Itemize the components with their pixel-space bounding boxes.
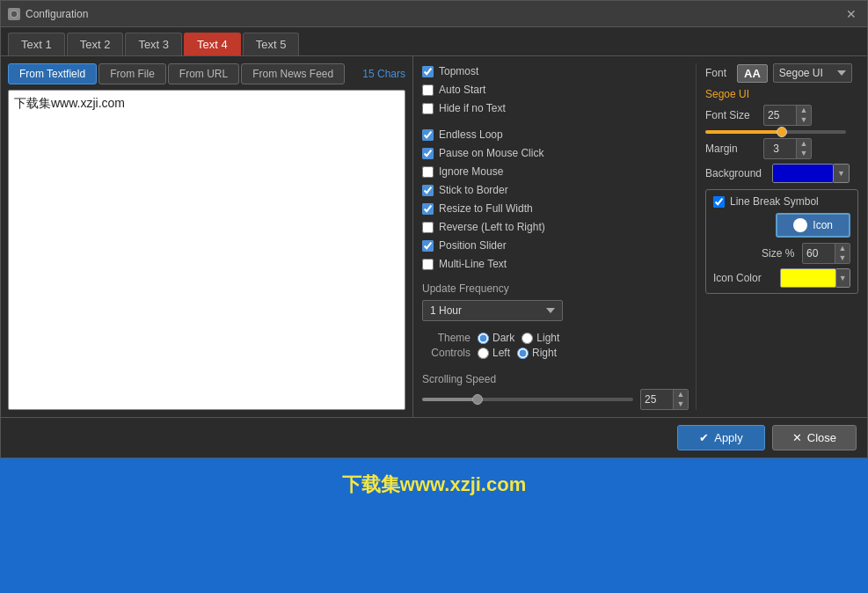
font-row: Font AA Segoe UI Arial Calibri [705,63,858,83]
source-tab-url[interactable]: From URL [168,63,239,84]
checkbox-hideifnotext: Hide if no Text [422,100,689,116]
theme-dark-option[interactable]: Dark [478,332,514,344]
scrolling-speed-label: Scrolling Speed [422,373,689,385]
line-break-size-input[interactable] [803,245,835,262]
pauseonmouseclick-checkbox[interactable] [422,148,434,159]
font-size-input-wrap: ▲ ▼ [763,105,812,126]
checkbox-pauseonmouseclick: Pause on Mouse Click [422,145,689,161]
background-color-picker: ▼ [772,164,850,183]
line-break-checkbox[interactable] [713,196,725,208]
line-break-icon-dot [793,218,807,232]
window-title: Configuration [26,8,88,20]
margin-spin-down[interactable]: ▼ [797,149,811,158]
autostart-checkbox[interactable] [422,84,434,96]
controls-left-radio[interactable] [478,348,489,359]
positionslider-checkbox[interactable] [422,240,434,252]
icon-color-swatch[interactable] [780,268,836,288]
line-break-size-spin-down[interactable]: ▼ [835,253,850,263]
text-area-content: 下载集www.xzji.com [14,96,399,112]
font-size-label: Font Size [705,109,758,121]
tab-text1[interactable]: Text 1 [8,33,65,55]
theme-dark-label: Dark [492,332,514,344]
endlessloop-label[interactable]: Endless Loop [439,128,503,141]
line-break-section: Line Break Symbol Icon Size % [705,189,858,294]
hideifnotext-label[interactable]: Hide if no Text [439,102,506,114]
line-break-label[interactable]: Line Break Symbol [730,195,819,208]
font-size-spin-up[interactable]: ▲ [797,106,811,115]
line-break-header: Line Break Symbol [713,195,850,208]
tab-text5[interactable]: Text 5 [243,33,300,55]
controls-right-option[interactable]: Right [517,347,557,359]
margin-spin-up[interactable]: ▲ [797,139,811,149]
topmost-checkbox[interactable] [422,66,434,77]
line-break-size-spin-up[interactable]: ▲ [835,244,850,253]
controls-left-option[interactable]: Left [478,347,510,359]
autostart-label[interactable]: Auto Start [439,84,485,96]
checkbox-resizetofullwidth: Resize to Full Width [422,201,689,216]
resizetofullwidth-checkbox[interactable] [422,203,434,215]
source-tab-file[interactable]: From File [98,63,166,84]
taskbar: 下载集www.xzji.com [0,458,868,511]
reverselefttoright-checkbox[interactable] [422,222,434,233]
checkbox-ignoremouse: Ignore Mouse [422,164,689,179]
apply-button[interactable]: ✔ Apply [677,425,765,450]
theme-light-option[interactable]: Light [522,332,559,344]
controls-right-radio[interactable] [517,348,529,359]
font-size-spin-down[interactable]: ▼ [797,115,811,125]
app-icon [8,8,20,20]
sticktoborder-label[interactable]: Stick to Border [439,184,508,196]
font-aa-button[interactable]: AA [737,64,768,83]
scrolling-spin-up[interactable]: ▲ [674,390,688,399]
font-size-input[interactable] [764,106,796,124]
scrolling-speed-input[interactable] [641,391,673,408]
endlessloop-checkbox[interactable] [422,129,434,141]
hideifnotext-checkbox[interactable] [422,103,434,114]
titlebar: Configuration ✕ [1,1,867,27]
update-freq-select[interactable]: 1 Hour 30 Minutes 15 Minutes 5 Minutes 1… [422,300,563,321]
tab-text3[interactable]: Text 3 [125,33,182,55]
font-size-row: Font Size ▲ ▼ [705,105,858,126]
multilinetext-checkbox[interactable] [422,259,434,270]
close-button[interactable]: ✕ Close [772,425,857,450]
theme-dark-radio[interactable] [478,333,489,344]
source-tab-textfield[interactable]: From Textfield [8,63,97,84]
font-name-display: Segoe UI [705,88,858,100]
scrolling-speed-slider[interactable] [422,398,633,401]
background-label: Background [705,167,767,179]
close-x-icon: ✕ [792,431,802,444]
tab-text4[interactable]: Text 4 [184,33,241,55]
source-tab-newsfeed[interactable]: From News Feed [241,63,345,84]
window-close-button[interactable]: ✕ [842,5,860,23]
icon-color-picker: ▼ [780,268,850,288]
bottom-bar: ✔ Apply ✕ Close [1,417,867,458]
scrolling-spinners: ▲ ▼ [673,390,688,409]
tab-text2[interactable]: Text 2 [67,33,124,55]
ignoremouse-label[interactable]: Ignore Mouse [439,165,503,178]
theme-label: Theme [422,332,470,344]
panel-columns: Topmost Auto Start Hide if no Text Endle… [422,63,858,410]
checkbox-endlessloop: Endless Loop [422,127,689,143]
options-column: Topmost Auto Start Hide if no Text Endle… [422,63,696,410]
margin-input[interactable] [764,140,796,157]
pauseonmouseclick-label[interactable]: Pause on Mouse Click [439,147,543,159]
main-content: From Textfield From File From URL From N… [1,55,867,417]
background-color-dropdown[interactable]: ▼ [834,164,850,183]
positionslider-label[interactable]: Position Slider [439,239,507,252]
resizetofullwidth-label[interactable]: Resize to Full Width [439,202,533,215]
ignoremouse-checkbox[interactable] [422,166,434,178]
checkbox-autostart: Auto Start [422,82,689,98]
scrolling-spin-down[interactable]: ▼ [674,399,688,409]
sticktoborder-checkbox[interactable] [422,185,434,196]
reverselefttoright-label[interactable]: Reverse (Left to Right) [439,221,545,233]
background-color-swatch[interactable] [772,164,834,183]
theme-light-radio[interactable] [522,333,533,344]
text-area-container[interactable]: 下载集www.xzji.com [8,90,405,410]
icon-color-dropdown[interactable]: ▼ [836,268,850,288]
font-size-slider[interactable] [705,130,846,134]
font-select[interactable]: Segoe UI Arial Calibri [773,63,852,83]
margin-row: Margin ▲ ▼ [705,138,858,159]
topmost-label[interactable]: Topmost [439,65,478,77]
multilinetext-label[interactable]: Multi-Line Text [439,258,507,270]
checkbox-multilinetext: Multi-Line Text [422,256,689,272]
line-break-icon-button[interactable]: Icon [776,213,850,238]
